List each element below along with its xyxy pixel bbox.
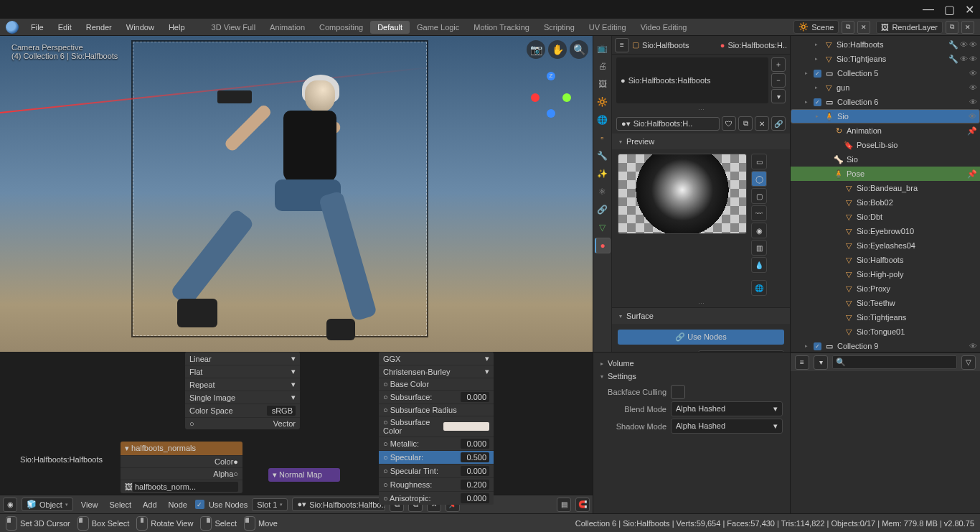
props-editor-icon[interactable]: ≡ (615, 38, 629, 52)
outliner-row[interactable]: ▽Sio:Bob02 (791, 195, 980, 210)
node-editor[interactable]: Sio:Halfboots:Halfboots Linear▾ Flat▾ Re… (0, 352, 593, 513)
workspace-tab[interactable]: 3D View Full (204, 21, 263, 34)
node-menu-select[interactable]: Select (105, 500, 135, 509)
bsdf-input[interactable]: ○ Roughness:0.200 (379, 477, 494, 491)
workspace-tab[interactable]: Animation (263, 21, 312, 34)
preview-cube-icon[interactable]: ▢ (751, 188, 767, 204)
minimize-icon[interactable]: — (923, 3, 934, 16)
normals-texture-node[interactable]: ▾ halfboots_normals Color ● Alpha ○ 🖼 ha… (121, 442, 242, 493)
outliner-row[interactable]: ↻Animation📌 (791, 123, 980, 138)
node-menu-node[interactable]: Node (165, 500, 191, 509)
preview-cloth-icon[interactable]: ▥ (751, 240, 767, 256)
bsdf-input[interactable]: ○ Specular Tint:0.000 (379, 464, 494, 477)
outliner-row[interactable]: ▸▽gun👁 (791, 80, 980, 95)
menu-window[interactable]: Window (120, 21, 161, 34)
workspace-tab[interactable]: Compositing (312, 21, 370, 34)
outliner-row[interactable]: ▽Sio:Eyelashes04 (791, 238, 980, 253)
tab-object-icon[interactable]: ▫ (595, 130, 611, 146)
preview-sphere-icon[interactable]: ◯ (751, 171, 767, 187)
outliner-row[interactable]: ▽Sio:Proxy (791, 281, 980, 296)
shadow-mode-select[interactable]: Alpha Hashed▾ (671, 419, 783, 434)
mat-slot-add-icon[interactable]: ＋ (771, 57, 786, 72)
outliner-row[interactable]: ▽Sio:High-poly (791, 267, 980, 281)
viewlayer-new-icon[interactable]: ⧉ (946, 21, 958, 34)
outliner-row[interactable]: ▸▽Sio:Halfboots🔧👁👁 (791, 37, 980, 52)
view-camera-icon[interactable]: 📷 (527, 40, 545, 59)
view-zoom-icon[interactable]: 🔍 (570, 40, 588, 59)
node-menu-add[interactable]: Add (139, 500, 161, 509)
bsdf-input[interactable]: ○ Subsurface Radius (379, 403, 494, 416)
mat-new-icon[interactable]: ⧉ (738, 116, 753, 131)
viewlayer-selector[interactable]: 🖼 RenderLayer (876, 21, 943, 34)
outliner-row[interactable]: ▽Sio:Bandeau_bra (791, 181, 980, 195)
outliner-row[interactable]: ▸✓▭Collection 6👁 (791, 95, 980, 109)
outliner-search[interactable]: 🔍 (832, 355, 957, 369)
outliner-row[interactable]: ▽Sio:Tongue01 (791, 325, 980, 339)
bsdf-input[interactable]: ○ Subsurface:0.000 (379, 390, 494, 403)
menu-help[interactable]: Help (162, 21, 192, 34)
outliner-row[interactable]: ▸✓▭Collection 9👁 (791, 339, 980, 353)
backface-checkbox[interactable] (671, 385, 685, 399)
outliner-display-icon[interactable]: ▾ (814, 355, 828, 370)
scene-selector[interactable]: 🔆 Scene (793, 20, 839, 34)
node-mode-selector[interactable]: 🧊 Object▾ (22, 498, 73, 511)
nav-gizmo[interactable]: Z (531, 72, 571, 112)
tab-modifier-icon[interactable]: 🔧 (595, 148, 611, 164)
tab-particle-icon[interactable]: ✨ (595, 166, 611, 182)
surface-panel-header[interactable]: ▾Surface (612, 308, 790, 324)
preview-fluid-icon[interactable]: 💧 (751, 257, 767, 273)
close-icon[interactable]: ✕ (965, 3, 974, 17)
outliner-row[interactable]: ▸🧍Sio👁 (791, 109, 980, 123)
workspace-tab[interactable]: Game Logic (410, 21, 466, 34)
tab-data-icon[interactable]: ▽ (595, 220, 611, 235)
view-pan-icon[interactable]: ✋ (548, 40, 567, 59)
normal-map-node[interactable]: ▾ Normal Map (268, 468, 340, 482)
preview-shaderball-icon[interactable]: ◉ (751, 223, 767, 238)
outliner-filter-icon[interactable]: ▽ (961, 355, 976, 370)
outliner-type-icon[interactable]: ≡ (795, 355, 809, 370)
outliner-row[interactable]: ▽Sio:Teethw (791, 296, 980, 310)
tab-world-icon[interactable]: 🌐 (595, 112, 611, 128)
workspace-tab[interactable]: Default (370, 21, 410, 34)
outliner-row[interactable]: ▽Sio:Dbt (791, 210, 980, 224)
bsdf-input[interactable]: ○ Subsurface Color (379, 416, 494, 437)
menu-edit[interactable]: Edit (52, 21, 78, 34)
use-nodes-checkbox[interactable]: ✓ (195, 500, 204, 509)
slot-selector[interactable]: Slot 1▾ (252, 498, 288, 511)
outliner-row[interactable]: ▽Sio:Tightjeans (791, 310, 980, 325)
mat-nodetree-icon[interactable]: 🔗 (771, 116, 786, 131)
scene-new-icon[interactable]: ⧉ (842, 21, 854, 34)
bsdf-input[interactable]: ○ Base Color (379, 378, 494, 390)
outliner-row[interactable]: ▽Sio:Halfboots (791, 253, 980, 267)
material-datablock[interactable]: ●▾ Sio:Halfboots:H.. (616, 117, 720, 131)
use-nodes-button[interactable]: 🔗 Use Nodes (618, 330, 784, 345)
mat-slot-remove-icon[interactable]: － (771, 73, 786, 88)
mat-unlink-icon[interactable]: ✕ (755, 116, 769, 131)
bsdf-input[interactable]: ○ Specular:0.500 (379, 450, 494, 464)
volume-panel-header[interactable]: ▸Volume (600, 357, 783, 370)
menu-render[interactable]: Render (80, 21, 118, 34)
tab-viewlayer-icon[interactable]: 🖼 (595, 76, 611, 92)
workspace-tab[interactable]: Video Editing (633, 21, 694, 34)
tab-output-icon[interactable]: 🖨 (595, 58, 611, 74)
workspace-tab[interactable]: UV Editing (582, 21, 633, 34)
settings-panel-header[interactable]: ▾Settings (600, 370, 783, 383)
bsdf-input[interactable]: ○ Anisotropic:0.000 (379, 491, 494, 505)
outliner-row[interactable]: ▸✓▭Collection 5👁 (791, 66, 980, 80)
node-snap-icon[interactable]: 🧲 (575, 498, 590, 512)
breadcrumb-obj[interactable]: Sio:Halfboots (642, 41, 689, 50)
outliner-row[interactable]: 🦴Sio (791, 152, 980, 167)
tab-material-icon[interactable]: ● (595, 238, 611, 253)
tab-render-icon[interactable]: 📺 (595, 40, 611, 56)
preview-panel-header[interactable]: ▾Preview (612, 134, 790, 149)
menu-file[interactable]: File (24, 21, 50, 34)
mat-fake-user-icon[interactable]: 🛡 (722, 116, 736, 131)
blend-mode-select[interactable]: Alpha Hashed▾ (671, 401, 783, 416)
node-material-selector[interactable]: ●▾ Sio:Halfboots:Halfbo.. (292, 498, 385, 511)
preview-hair-icon[interactable]: 〰 (751, 205, 767, 221)
preview-world-icon[interactable]: 🌐 (751, 280, 767, 296)
bsdf-input[interactable]: ○ Metallic:0.000 (379, 437, 494, 450)
outliner-row[interactable]: 🔖PoseLib-sio (791, 138, 980, 152)
outliner-row[interactable]: ▸▽Sio:Tightjeans🔧👁👁 (791, 52, 980, 66)
maximize-icon[interactable]: ▢ (944, 3, 955, 17)
